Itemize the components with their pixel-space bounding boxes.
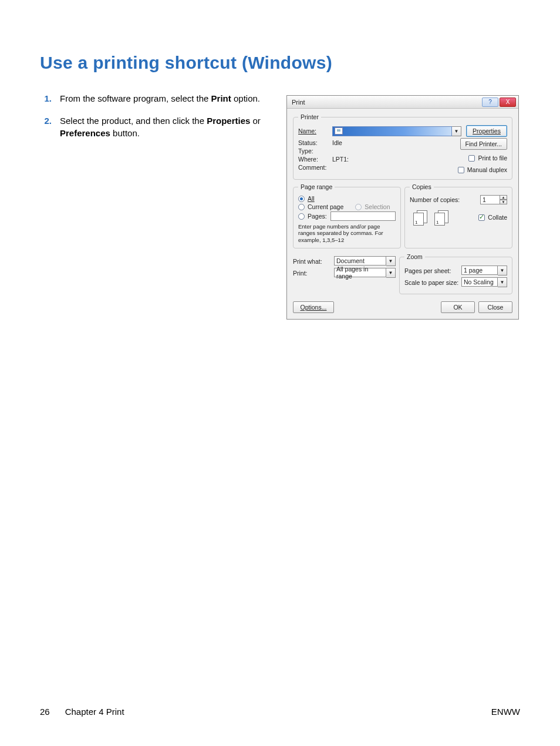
chapter-label: Chapter 4 Print	[65, 707, 124, 717]
steps-column: 1. From the software program, select the…	[40, 93, 275, 320]
copies-spinner[interactable]: ▲▼	[500, 195, 507, 204]
dropdown-arrow-icon[interactable]: ▼	[498, 277, 507, 287]
comment-label: Comment:	[298, 164, 332, 171]
pages-input[interactable]	[330, 211, 396, 221]
name-label: Name:	[298, 127, 332, 135]
printer-icon	[335, 127, 343, 135]
step-text: From the software program, select the Pr…	[60, 93, 275, 105]
scale-select[interactable]: No Scaling	[461, 277, 498, 287]
print-select[interactable]: All pages in range	[334, 268, 386, 277]
selection-radio	[355, 204, 362, 210]
step-text: Select the product, and then click the P…	[60, 115, 275, 139]
pages-label: Pages:	[308, 213, 327, 220]
dropdown-arrow-icon[interactable]: ▼	[452, 126, 461, 136]
collate-checkbox[interactable]	[478, 214, 485, 221]
print-what-label: Print what:	[293, 258, 334, 265]
manual-duplex-checkbox[interactable]	[458, 167, 464, 173]
manual-duplex-label: Manual duplex	[467, 166, 507, 173]
step-1: 1. From the software program, select the…	[40, 93, 275, 105]
current-page-label: Current page	[308, 203, 343, 210]
where-value: LPT1:	[332, 156, 349, 163]
pages-radio[interactable]	[298, 213, 305, 220]
printer-name-select[interactable]	[332, 126, 452, 136]
dropdown-arrow-icon[interactable]: ▼	[498, 266, 507, 275]
zoom-group: Zoom Pages per sheet: 1 page ▼ Scale to …	[399, 253, 512, 294]
pages-per-sheet-label: Pages per sheet:	[404, 267, 461, 274]
options-button[interactable]: Options...	[293, 301, 334, 313]
copies-group: Copies Number of copies: 1 ▲▼ 21	[404, 183, 512, 248]
page-range-group: Page range All Current page Selection Pa…	[293, 183, 401, 248]
page-title: Use a printing shortcut (Windows)	[40, 53, 520, 73]
copies-legend: Copies	[410, 183, 434, 190]
status-label: Status:	[298, 139, 332, 146]
dialog-title: Print	[292, 99, 481, 106]
dropdown-arrow-icon[interactable]: ▼	[386, 268, 396, 278]
close-dialog-button[interactable]: Close	[478, 301, 512, 313]
print-what-select[interactable]: Document	[334, 256, 386, 266]
print-to-file-label: Print to file	[478, 154, 507, 162]
printer-group: Printer Name: ▼ Properties	[293, 113, 512, 180]
page-number: 26	[40, 707, 50, 717]
ok-button[interactable]: OK	[441, 301, 475, 313]
find-printer-button[interactable]: Find Printer...	[460, 138, 507, 150]
language-code: ENWW	[491, 707, 520, 717]
selection-label: Selection	[365, 203, 390, 210]
close-button[interactable]: X	[500, 98, 516, 107]
page-range-hint: Enter page numbers and/or page ranges se…	[298, 223, 396, 243]
all-label: All	[308, 195, 315, 202]
type-label: Type:	[298, 147, 332, 154]
print-to-file-checkbox[interactable]	[468, 155, 475, 162]
printer-legend: Printer	[298, 113, 321, 120]
step-number: 2.	[40, 115, 60, 139]
num-copies-input[interactable]: 1	[480, 195, 500, 204]
num-copies-label: Number of copies:	[410, 196, 480, 203]
step-number: 1.	[40, 93, 60, 105]
collate-icon: 21 21	[413, 210, 450, 226]
print-label: Print:	[293, 270, 334, 277]
step-2: 2. Select the product, and then click th…	[40, 115, 275, 139]
dialog-titlebar: Print ? X	[287, 96, 518, 109]
zoom-legend: Zoom	[404, 253, 425, 260]
status-value: Idle	[332, 139, 342, 146]
help-button[interactable]: ?	[482, 98, 498, 107]
collate-label: Collate	[488, 214, 507, 221]
where-label: Where:	[298, 156, 332, 163]
scale-label: Scale to paper size:	[404, 279, 461, 286]
all-radio[interactable]	[298, 196, 305, 202]
current-page-radio[interactable]	[298, 204, 305, 210]
page-range-legend: Page range	[298, 183, 335, 190]
properties-button[interactable]: Properties	[466, 125, 507, 137]
print-dialog: Print ? X Printer Name: ▼	[286, 95, 519, 320]
dropdown-arrow-icon[interactable]: ▼	[386, 256, 396, 266]
page-footer: 26 Chapter 4 Print ENWW	[40, 707, 520, 717]
pages-per-sheet-select[interactable]: 1 page	[461, 266, 498, 275]
